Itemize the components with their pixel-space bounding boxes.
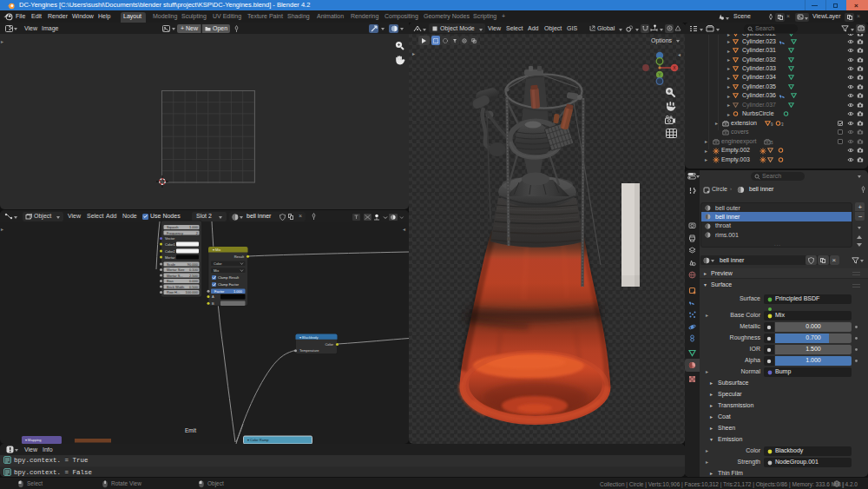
svg-text:90.000: 90.000 (187, 262, 199, 267)
svg-text:Emit: Emit (185, 427, 196, 433)
svg-text:Temperature: Temperature (299, 348, 319, 353)
svg-text:Squash: Squash (167, 225, 179, 229)
svg-text:0.000: 0.000 (189, 279, 199, 283)
svg-text:Frequency: Frequency (167, 231, 183, 235)
svg-text:Mortar: Mortar (165, 255, 175, 260)
svg-text:▾ Blackbody: ▾ Blackbody (299, 335, 319, 340)
svg-text:A: A (212, 294, 214, 299)
svg-text:Color2: Color2 (165, 249, 176, 254)
svg-text:▾ Mix: ▾ Mix (213, 248, 220, 252)
svg-text:1.000: 1.000 (189, 225, 199, 229)
svg-text:Bias: Bias (167, 279, 174, 283)
svg-text:▾ Color Ramp: ▾ Color Ramp (247, 438, 269, 442)
svg-text:Mix: Mix (214, 268, 219, 273)
svg-text:1.000: 1.000 (233, 289, 243, 294)
svg-text:Factor: Factor (214, 289, 225, 294)
svg-text:0.500: 0.500 (189, 285, 199, 289)
svg-text:Row H...: Row H... (167, 290, 180, 294)
svg-text:100.000: 100.000 (186, 290, 199, 294)
svg-text:B: B (212, 301, 214, 306)
svg-text:Mortar Size: Mortar Size (167, 268, 185, 272)
svg-text:Scale: Scale (167, 262, 176, 267)
svg-text:Clamp Result: Clamp Result (218, 275, 240, 280)
svg-text:Vector: Vector (165, 236, 175, 241)
svg-text:Color: Color (214, 261, 222, 266)
svg-text:2.500: 2.500 (189, 274, 199, 278)
svg-text:Color1: Color1 (165, 242, 176, 247)
svg-text:Result: Result (234, 254, 245, 259)
svg-text:Clamp Factor: Clamp Factor (218, 282, 240, 287)
svg-text:Mortar S...: Mortar S... (167, 274, 183, 278)
svg-text:Brick Width: Brick Width (167, 285, 184, 289)
svg-text:0.100: 0.100 (189, 268, 199, 272)
svg-text:Color: Color (325, 342, 333, 347)
svg-text:▾ Mapping: ▾ Mapping (25, 438, 41, 442)
